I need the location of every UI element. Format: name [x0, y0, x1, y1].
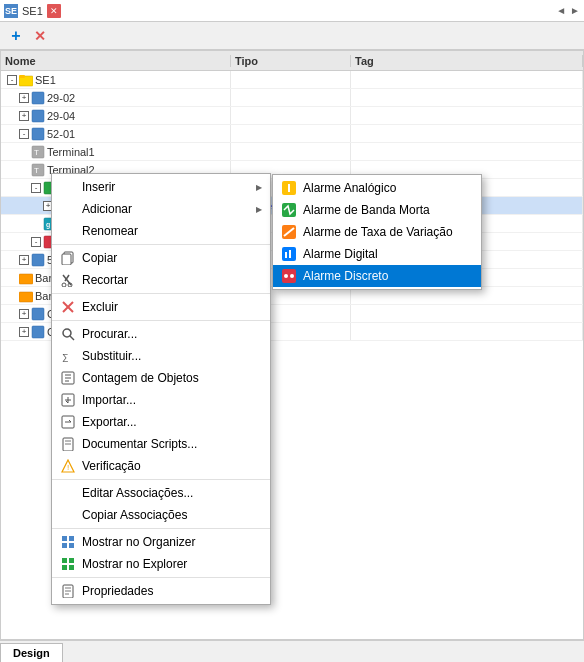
toolbar: + ✕ [0, 22, 584, 50]
ctx-copiar-label: Copiar [82, 251, 117, 265]
expand-btn[interactable]: - [7, 75, 17, 85]
ctx-excluir[interactable]: Excluir [52, 296, 270, 318]
svg-rect-2 [32, 92, 44, 104]
expand-btn[interactable]: + [19, 255, 29, 265]
ctx-divider-4 [52, 479, 270, 480]
ctx-adicionar[interactable]: Adicionar ▶ [52, 198, 270, 220]
alarm-discreto-icon [281, 268, 297, 284]
expand-btn[interactable]: + [19, 327, 29, 337]
expand-btn[interactable]: - [31, 183, 41, 193]
context-menu: Inserir ▶ Alarme Analógico [51, 173, 271, 605]
svg-rect-18 [32, 308, 44, 320]
ctx-verificacao[interactable]: ! Verificação [52, 455, 270, 477]
ctx-divider-2 [52, 293, 270, 294]
ctx-propriedades-icon [60, 583, 76, 599]
svg-rect-19 [32, 326, 44, 338]
tree-cell-nome: - 52-01 [1, 125, 231, 142]
folder-icon [19, 73, 33, 87]
ctx-exportar[interactable]: Exportar... [52, 411, 270, 433]
remove-button[interactable]: ✕ [30, 26, 50, 46]
alarm-digital-icon [281, 246, 297, 262]
sub-item-alarme-banda[interactable]: Alarme de Banda Morta [273, 199, 481, 221]
window-icon: SE [4, 4, 18, 18]
ctx-substituir-icon: ∑ [60, 348, 76, 364]
component-icon [31, 307, 45, 321]
ctx-renomear[interactable]: Renomear [52, 220, 270, 242]
ctx-excluir-icon [60, 299, 76, 315]
expand-btn[interactable]: + [19, 309, 29, 319]
component-icon [31, 127, 45, 141]
tree-cell-tag [351, 71, 583, 88]
ctx-procurar[interactable]: Procurar... [52, 323, 270, 345]
sub-item-alarme-digital[interactable]: Alarme Digital [273, 243, 481, 265]
tree-row[interactable]: - 52-01 [1, 125, 583, 143]
bottom-tabs: Design [0, 640, 584, 662]
ctx-editar-assoc-icon [60, 485, 76, 501]
tree-cell-nome: + 29-02 [1, 89, 231, 106]
tree-cell-tipo [231, 125, 351, 142]
ctx-adicionar-icon [60, 201, 76, 217]
tree-cell-tag [351, 125, 583, 142]
svg-rect-17 [19, 292, 33, 302]
ctx-copiar-assoc[interactable]: Copiar Associações [52, 504, 270, 526]
window-close-button[interactable]: ✕ [47, 4, 61, 18]
tree-area[interactable]: Nome Tipo Tag - SE1 + 29-02 [0, 50, 584, 640]
svg-rect-52 [62, 536, 67, 541]
tree-cell-nome: T Terminal1 [1, 143, 231, 160]
ctx-divider-1 [52, 244, 270, 245]
svg-rect-57 [69, 558, 74, 563]
title-bar: SE SE1 ✕ ◄ ► [0, 0, 584, 22]
expand-btn[interactable]: + [19, 111, 29, 121]
sub-arrow-icon: ▶ [256, 205, 262, 214]
barra-icon [19, 289, 33, 303]
svg-rect-30 [62, 254, 71, 265]
title-bar-left: SE SE1 ✕ [4, 4, 61, 18]
ctx-copiar-assoc-icon [60, 507, 76, 523]
expand-btn[interactable]: - [19, 129, 29, 139]
ctx-editar-assoc[interactable]: Editar Associações... [52, 482, 270, 504]
ctx-copiar[interactable]: Copiar [52, 247, 270, 269]
sub-item-alarme-taxa[interactable]: Alarme de Taxa de Variação [273, 221, 481, 243]
ctx-exportar-icon [60, 414, 76, 430]
main-window: SE SE1 ✕ ◄ ► + ✕ Nome Tipo Tag [0, 0, 584, 662]
sub-item-alarme-discreto[interactable]: Alarme Discreto [273, 265, 481, 287]
nav-back-button[interactable]: ◄ [556, 5, 566, 16]
svg-rect-53 [69, 536, 74, 541]
ctx-verificacao-icon: ! [60, 458, 76, 474]
sub-item-alarme-analogico[interactable]: Alarme Analógico [273, 177, 481, 199]
tree-row[interactable]: - SE1 [1, 71, 583, 89]
svg-rect-58 [62, 565, 67, 570]
ctx-documentar[interactable]: Documentar Scripts... [52, 433, 270, 455]
nav-forward-button[interactable]: ► [570, 5, 580, 16]
ctx-contagem[interactable]: Contagem de Objetos [52, 367, 270, 389]
add-button[interactable]: + [6, 26, 26, 46]
tab-design[interactable]: Design [0, 643, 63, 662]
ctx-mostrar-exp[interactable]: Mostrar no Explorer [52, 553, 270, 575]
tree-cell-nome: + 29-04 [1, 107, 231, 124]
tree-row[interactable]: + 29-02 [1, 89, 583, 107]
ctx-divider-5 [52, 528, 270, 529]
ctx-editar-assoc-label: Editar Associações... [82, 486, 193, 500]
ctx-substituir-label: Substituir... [82, 349, 141, 363]
ctx-mostrar-org[interactable]: Mostrar no Organizer [52, 531, 270, 553]
svg-point-33 [62, 283, 66, 287]
svg-rect-59 [69, 565, 74, 570]
tree-row[interactable]: T Terminal1 [1, 143, 583, 161]
ctx-recortar[interactable]: Recortar [52, 269, 270, 291]
expand-btn[interactable]: + [19, 93, 29, 103]
svg-point-37 [63, 329, 71, 337]
header-tag: Tag [351, 55, 583, 67]
ctx-propriedades[interactable]: Propriedades [52, 580, 270, 602]
alarm-analog-icon [281, 180, 297, 196]
ctx-verificacao-label: Verificação [82, 459, 141, 473]
tree-cell-tag [351, 323, 583, 340]
ctx-importar[interactable]: Importar... [52, 389, 270, 411]
ctx-copiar-icon [60, 250, 76, 266]
tree-row[interactable]: + 29-04 [1, 107, 583, 125]
ctx-mostrar-exp-label: Mostrar no Explorer [82, 557, 187, 571]
ctx-inserir[interactable]: Inserir ▶ Alarme Analógico [52, 176, 270, 198]
ctx-substituir[interactable]: ∑ Substituir... [52, 345, 270, 367]
expand-btn[interactable]: - [31, 237, 41, 247]
svg-rect-16 [19, 274, 33, 284]
ctx-contagem-icon [60, 370, 76, 386]
